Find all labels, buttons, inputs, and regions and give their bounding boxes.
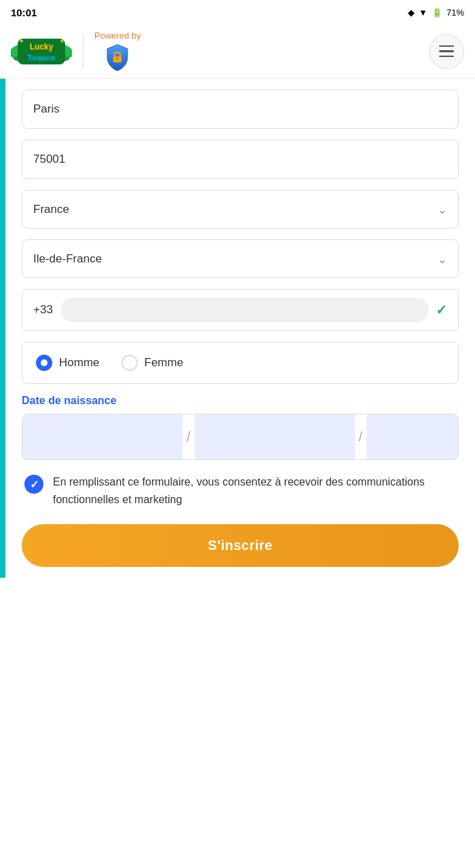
gender-wrapper: Homme Femme [22,342,459,384]
powered-by-area: Powered by [94,31,141,73]
dob-group: Date de naissance / / [22,395,459,460]
status-icons: ◆ ▼ 🔋 71% [408,7,464,18]
svg-text:★: ★ [60,38,64,44]
dob-year-input[interactable] [366,414,459,459]
consent-text: En remplissant ce formulaire, vous conse… [53,473,456,508]
region-select[interactable]: Ile-de-France [22,239,459,278]
gender-femme-radio[interactable] [121,355,138,371]
powered-by-text: Powered by [94,31,141,41]
gender-femme-option[interactable]: Femme [121,355,184,371]
postal-input[interactable] [22,140,459,179]
gender-group: Homme Femme [22,342,459,384]
wifi-icon: ▼ [419,7,428,18]
phone-check-icon: ✓ [436,302,447,318]
svg-text:Lucky: Lucky [30,42,54,52]
battery-percent: 71% [446,7,464,18]
form-area: France ⌄ Ile-de-France ⌄ +33 ✓ Homm [0,79,475,578]
submit-button[interactable]: S'inscrire [22,524,459,567]
left-accent-bar [0,79,5,578]
svg-text:★: ★ [19,38,24,44]
phone-prefix: +33 [33,303,53,317]
gender-homme-option[interactable]: Homme [36,355,100,371]
svg-point-10 [117,58,119,60]
signal-icon: ◆ [408,7,415,18]
dob-sep-1: / [183,429,195,445]
header: Lucky Treasure ★ ★ Powered by [0,24,475,79]
dob-day-input[interactable] [22,414,183,459]
country-select[interactable]: France [22,190,459,229]
phone-wrapper: +33 ✓ [22,289,459,331]
menu-line-1 [439,45,454,47]
menu-button[interactable] [429,34,464,69]
battery-icon: 🔋 [432,7,442,18]
dob-wrapper: / / [22,414,459,460]
logo: Lucky Treasure ★ ★ [11,32,72,71]
city-group [22,90,459,129]
city-input[interactable] [22,90,459,129]
region-group: Ile-de-France ⌄ [22,239,459,278]
page-content: France ⌄ Ile-de-France ⌄ +33 ✓ Homm [0,79,475,578]
gender-femme-label: Femme [145,356,184,370]
consent-check-icon: ✓ [30,478,39,491]
phone-input[interactable] [61,298,429,322]
postal-group [22,140,459,179]
status-bar: 10:01 ◆ ▼ 🔋 71% [0,0,475,24]
gender-homme-radio[interactable] [36,355,52,371]
logo-svg: Lucky Treasure ★ ★ [11,32,72,71]
menu-line-3 [439,56,454,58]
dob-label: Date de naissance [22,395,459,407]
phone-group: +33 ✓ [22,289,459,331]
logo-area: Lucky Treasure ★ ★ [11,32,72,71]
status-time: 10:01 [11,7,37,18]
consent-checkbox[interactable]: ✓ [24,475,43,494]
country-group: France ⌄ [22,190,459,229]
menu-line-2 [439,50,454,52]
dob-sep-2: / [355,429,367,445]
consent-area: ✓ En remplissant ce formulaire, vous con… [22,473,459,508]
dob-month-input[interactable] [195,414,355,459]
shield-icon [103,43,132,72]
header-divider [83,35,83,68]
gender-homme-label: Homme [59,356,100,370]
svg-text:Treasure: Treasure [27,54,56,62]
